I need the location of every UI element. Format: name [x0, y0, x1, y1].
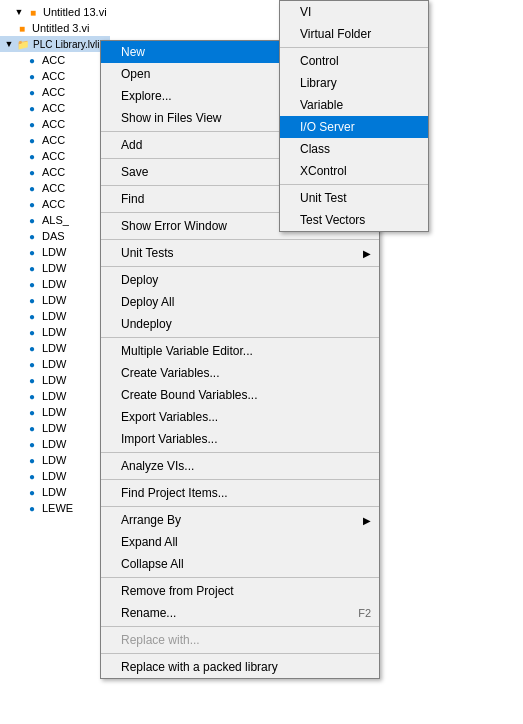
menu-item-export-vars[interactable]: Export Variables...: [101, 406, 379, 428]
menu-item-deploy-all[interactable]: Deploy All: [101, 291, 379, 313]
menu-item-new-virtual-folder[interactable]: Virtual Folder: [280, 23, 428, 45]
menu-item-rename[interactable]: Rename... F2: [101, 602, 379, 624]
library-item[interactable]: ▼ 📁 PLC Library.lvlib: [0, 36, 110, 52]
tree-item[interactable]: ●ACC: [0, 148, 110, 164]
separator: [101, 577, 379, 578]
menu-item-arrange[interactable]: Arrange By ▶: [101, 509, 379, 531]
tree-item[interactable]: ●LDW: [0, 276, 110, 292]
menu-item-replace[interactable]: Replace with...: [101, 629, 379, 651]
menu-label: Unit Tests: [121, 246, 173, 260]
item-icon: ●: [24, 500, 40, 516]
tree-item[interactable]: ●LDW: [0, 356, 110, 372]
menu-item-unit-tests[interactable]: Unit Tests ▶: [101, 242, 379, 264]
tree-label: LDW: [42, 294, 66, 306]
menu-label: Save: [121, 165, 148, 179]
menu-label: Arrange By: [121, 513, 181, 527]
menu-item-collapse-all[interactable]: Collapse All: [101, 553, 379, 575]
separator: [101, 653, 379, 654]
tree-item[interactable]: ●ACC: [0, 52, 110, 68]
tree-item[interactable]: ●DAS: [0, 228, 110, 244]
tree-item[interactable]: ●ACC: [0, 116, 110, 132]
menu-label: Create Bound Variables...: [121, 388, 258, 402]
item-icon: ●: [24, 260, 40, 276]
tree-item[interactable]: ●LDW: [0, 260, 110, 276]
menu-label: Analyze VIs...: [121, 459, 194, 473]
tree-item[interactable]: ●LDW: [0, 244, 110, 260]
item-icon: ●: [24, 196, 40, 212]
item-icon: ●: [24, 436, 40, 452]
tree-item[interactable]: ■ Untitled 3.vi: [0, 20, 110, 36]
menu-item-expand-all[interactable]: Expand All: [101, 531, 379, 553]
menu-item-import-vars[interactable]: Import Variables...: [101, 428, 379, 450]
menu-label: Deploy: [121, 273, 158, 287]
tree-label: ACC: [42, 70, 65, 82]
tree-item[interactable]: ●LDW: [0, 484, 110, 500]
item-icon: ●: [24, 68, 40, 84]
menu-item-deploy[interactable]: Deploy: [101, 269, 379, 291]
tree-item[interactable]: ●ALS_: [0, 212, 110, 228]
tree-label: LDW: [42, 454, 66, 466]
project-tree: ▼ ■ Untitled 13.vi ■ Untitled 3.vi ▼ 📁 P…: [0, 0, 110, 724]
tree-item[interactable]: ●LDW: [0, 420, 110, 436]
menu-label: Import Variables...: [121, 432, 217, 446]
menu-item-remove[interactable]: Remove from Project: [101, 580, 379, 602]
menu-item-analyze[interactable]: Analyze VIs...: [101, 455, 379, 477]
separator: [101, 506, 379, 507]
tree-label: LDW: [42, 438, 66, 450]
tree-item[interactable]: ●ACC: [0, 196, 110, 212]
item-icon: ●: [24, 116, 40, 132]
tree-item[interactable]: ●LDW: [0, 388, 110, 404]
tree-label: LDW: [42, 486, 66, 498]
menu-item-replace-packed[interactable]: Replace with a packed library: [101, 656, 379, 678]
tree-item[interactable]: ●LDW: [0, 404, 110, 420]
separator: [101, 266, 379, 267]
item-icon: ●: [24, 468, 40, 484]
menu-label: Expand All: [121, 535, 178, 549]
menu-item-new-io-server[interactable]: I/O Server: [280, 116, 428, 138]
tree-item[interactable]: ●ACC: [0, 84, 110, 100]
menu-item-new-library[interactable]: Library: [280, 72, 428, 94]
tree-item[interactable]: ●LDW: [0, 452, 110, 468]
tree-item[interactable]: ●LDW: [0, 372, 110, 388]
tree-item[interactable]: ●ACC: [0, 164, 110, 180]
menu-item-new-class[interactable]: Class: [280, 138, 428, 160]
separator: [101, 452, 379, 453]
separator: [280, 47, 428, 48]
tree-item[interactable]: ●LDW: [0, 308, 110, 324]
tree-item[interactable]: ●ACC: [0, 180, 110, 196]
menu-item-new-variable[interactable]: Variable: [280, 94, 428, 116]
tree-label: DAS: [42, 230, 65, 242]
tree-item[interactable]: ●ACC: [0, 100, 110, 116]
submenu-arrow-icon: ▶: [363, 515, 371, 526]
menu-item-new-vi[interactable]: VI: [280, 1, 428, 23]
menu-label: Export Variables...: [121, 410, 218, 424]
menu-item-undeploy[interactable]: Undeploy: [101, 313, 379, 335]
menu-label: Create Variables...: [121, 366, 220, 380]
menu-item-create-bound[interactable]: Create Bound Variables...: [101, 384, 379, 406]
item-icon: ●: [24, 148, 40, 164]
menu-item-find-project[interactable]: Find Project Items...: [101, 482, 379, 504]
tree-label: LDW: [42, 374, 66, 386]
menu-item-multi-var[interactable]: Multiple Variable Editor...: [101, 340, 379, 362]
menu-label: Find Project Items...: [121, 486, 228, 500]
menu-item-new-unit-test[interactable]: Unit Test: [280, 187, 428, 209]
tree-item[interactable]: ●LDW: [0, 468, 110, 484]
menu-item-create-vars[interactable]: Create Variables...: [101, 362, 379, 384]
vi-icon: ■: [25, 4, 41, 20]
item-icon: ●: [24, 52, 40, 68]
menu-item-new-test-vectors[interactable]: Test Vectors: [280, 209, 428, 231]
tree-item[interactable]: ●ACC: [0, 132, 110, 148]
menu-label: Replace with...: [121, 633, 200, 647]
tree-item[interactable]: ●LDW: [0, 292, 110, 308]
tree-item[interactable]: ●LDW: [0, 324, 110, 340]
tree-label: LDW: [42, 278, 66, 290]
tree-item[interactable]: ●LDW: [0, 340, 110, 356]
tree-item[interactable]: ▼ ■ Untitled 13.vi: [0, 4, 110, 20]
menu-label: Virtual Folder: [300, 27, 371, 41]
separator: [101, 626, 379, 627]
menu-item-new-xcontrol[interactable]: XControl: [280, 160, 428, 182]
menu-item-new-control[interactable]: Control: [280, 50, 428, 72]
tree-item[interactable]: ●LEWE: [0, 500, 110, 516]
tree-item[interactable]: ●LDW: [0, 436, 110, 452]
tree-item[interactable]: ●ACC: [0, 68, 110, 84]
